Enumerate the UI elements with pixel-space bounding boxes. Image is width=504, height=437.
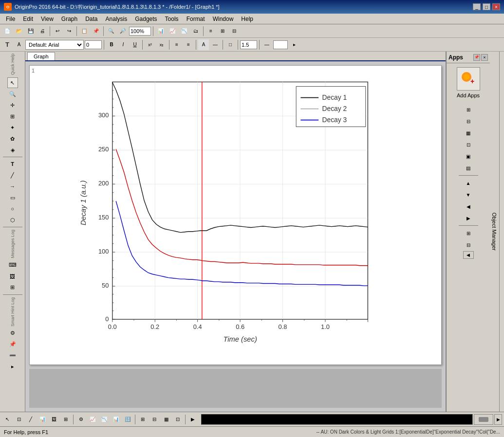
bt-btn4[interactable]: 📊 — [37, 414, 48, 425]
scroll-area[interactable] — [474, 414, 493, 425]
copy-btn[interactable]: 📋 — [79, 26, 90, 36]
move-tool[interactable]: ✛ — [7, 100, 18, 110]
bt-btn3[interactable]: ╱ — [25, 414, 36, 425]
apps-pin-btn[interactable]: 📌 — [473, 54, 480, 61]
bt-btn5[interactable]: 🖼 — [49, 414, 59, 425]
menu-data[interactable]: Data — [81, 15, 101, 23]
align-left-btn[interactable]: ≡ — [171, 39, 182, 50]
bt-btn14[interactable]: ▦ — [161, 414, 171, 425]
graph-btn2[interactable]: 📈 — [167, 26, 178, 36]
new-btn[interactable]: 📄 — [2, 26, 13, 36]
graph-btn3[interactable]: 📉 — [179, 26, 189, 36]
command-input-area[interactable] — [201, 414, 473, 425]
draw-arrow[interactable]: → — [7, 181, 18, 192]
maximize-button[interactable]: □ — [483, 3, 490, 10]
rt-btn11[interactable]: ⊞ — [463, 228, 474, 238]
graph-tab[interactable]: Graph — [27, 52, 55, 60]
print-btn[interactable]: 🖨 — [37, 26, 48, 36]
rt-btn9[interactable]: ◀ — [463, 201, 474, 212]
graph-btn1[interactable]: 📊 — [155, 26, 166, 36]
menu-gadgets[interactable]: Gadgets — [131, 15, 161, 23]
menu-view[interactable]: View — [37, 15, 57, 23]
graph-btn4[interactable]: 🗂 — [190, 26, 201, 36]
line-style-btn[interactable]: — — [261, 39, 272, 50]
script-btn[interactable]: ⌨ — [7, 260, 18, 271]
rt-btn2[interactable]: ⊟ — [463, 116, 474, 127]
minimize-button[interactable]: _ — [473, 3, 481, 10]
rt-btn10[interactable]: ▶ — [463, 213, 474, 223]
menu-file[interactable]: File — [2, 15, 19, 23]
scale-tool[interactable]: ⊞ — [7, 111, 18, 122]
rt-btn5[interactable]: ▣ — [463, 151, 474, 162]
open-btn[interactable]: 📂 — [14, 26, 24, 36]
bt-btn15[interactable]: ⊡ — [172, 414, 183, 425]
font-select[interactable]: Default: Arial — [25, 40, 84, 50]
data-reader[interactable]: ✦ — [7, 122, 18, 133]
misc-btn3[interactable]: ⊟ — [229, 26, 240, 36]
scroll-right-btn[interactable]: ▶ — [494, 414, 502, 425]
object-manager-label[interactable]: Object Manager — [490, 52, 500, 412]
font-fill-btn[interactable]: A — [198, 39, 209, 50]
messages-log-label[interactable]: Messages Log — [10, 230, 15, 258]
zoom-pan-tool[interactable]: 🔍 — [7, 89, 18, 99]
menu-help[interactable]: Help — [237, 15, 257, 23]
misc-btn2[interactable]: ⊞ — [217, 26, 228, 36]
menu-format[interactable]: Format — [183, 15, 209, 23]
draw-line[interactable]: ╱ — [7, 170, 18, 181]
redo-btn[interactable]: ↪ — [64, 26, 75, 36]
bt-btn7[interactable]: ⚙ — [75, 414, 86, 425]
apps-close-btn[interactable]: × — [481, 54, 488, 61]
zoom-out-btn[interactable]: 🔎 — [117, 26, 128, 36]
close-button[interactable]: × — [492, 3, 500, 10]
paste-btn[interactable]: 📌 — [91, 26, 101, 36]
menu-graph[interactable]: Graph — [57, 15, 81, 23]
settings-btn[interactable]: ⚙ — [7, 328, 18, 339]
bt-btn13[interactable]: ⊟ — [149, 414, 160, 425]
font-size-input[interactable] — [85, 40, 102, 49]
underline-btn[interactable]: U — [130, 39, 140, 50]
bold-btn[interactable]: B — [106, 39, 117, 50]
rt-btn3[interactable]: ▦ — [463, 127, 474, 138]
align-center-btn[interactable]: ≡ — [183, 39, 194, 50]
add-apps-icon[interactable]: + — [457, 67, 480, 91]
superscript-btn[interactable]: x² — [145, 39, 155, 50]
menu-edit[interactable]: Edit — [19, 15, 37, 23]
bt-btn11[interactable]: 🔢 — [122, 414, 133, 425]
format-icon[interactable]: T — [2, 39, 13, 50]
font-color-btn[interactable]: A — [14, 39, 24, 50]
draw-circle[interactable]: ○ — [7, 203, 18, 214]
bt-btn9[interactable]: 📉 — [99, 414, 110, 425]
pointer-tool[interactable]: ↖ — [7, 77, 18, 88]
smart-hint-label[interactable]: Smart Hint Log — [10, 297, 15, 327]
border-btn[interactable]: □ — [225, 39, 236, 50]
bt-btn10[interactable]: 📊 — [111, 414, 121, 425]
rt-btn6[interactable]: ▤ — [463, 163, 474, 173]
subscript-btn[interactable]: x₂ — [156, 39, 167, 50]
bt-btn16[interactable]: ▶ — [187, 414, 198, 425]
menu-tools[interactable]: Tools — [161, 15, 183, 23]
italic-btn[interactable]: I — [118, 39, 129, 50]
draw-polygon[interactable]: ⬡ — [7, 215, 18, 225]
undo-btn[interactable]: ↩ — [52, 26, 63, 36]
quick-help-label[interactable]: Quick Help — [10, 54, 15, 75]
table-btn[interactable]: ⊞ — [7, 282, 18, 293]
mask-tool[interactable]: ◈ — [7, 145, 18, 155]
zoom-input[interactable] — [129, 27, 151, 36]
pin-btn[interactable]: 📌 — [7, 339, 18, 350]
bt-btn12[interactable]: ⊞ — [137, 414, 148, 425]
expand-btn[interactable]: ▸ — [7, 362, 18, 372]
graph-img-btn[interactable]: 🖼 — [7, 271, 18, 282]
rt-btn1[interactable]: ⊞ — [463, 104, 474, 115]
bt-btn2[interactable]: ⊡ — [14, 414, 24, 425]
minus-btn[interactable]: ➖ — [7, 350, 18, 361]
save-btn[interactable]: 💾 — [25, 26, 36, 36]
menu-window[interactable]: Window — [209, 15, 238, 23]
line-width-input[interactable] — [240, 40, 257, 49]
add-apps-label[interactable]: Add Apps — [457, 92, 480, 98]
text-tool[interactable]: T — [7, 159, 18, 169]
bt-btn6[interactable]: ⊞ — [60, 414, 71, 425]
misc-btn1[interactable]: ≡ — [205, 26, 216, 36]
rt-btn12[interactable]: ⊟ — [463, 239, 474, 250]
rt-btn8[interactable]: ▼ — [463, 189, 474, 200]
line-color-btn[interactable]: — — [210, 39, 221, 50]
